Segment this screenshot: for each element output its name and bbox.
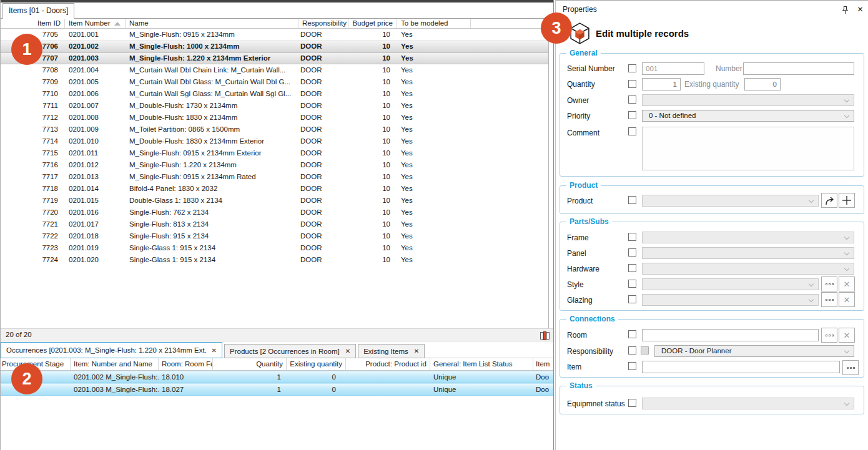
cell-responsibility: DOOR — [298, 171, 348, 183]
style-browse-button[interactable] — [821, 276, 837, 291]
table-row[interactable]: 7716 0201.012 M_Single-Flush: 1.220 x 21… — [1, 159, 548, 171]
product-dropdown[interactable] — [642, 195, 819, 207]
chevron-down-icon — [809, 198, 814, 203]
cell-to-be-modeled: Yes — [397, 100, 471, 112]
cell-name: Single-Flush: 762 x 2134 — [126, 207, 298, 218]
table-row[interactable]: 7723 0201.019 Single-Glass 1: 915 x 2134… — [1, 242, 548, 254]
glazing-browse-button[interactable] — [821, 292, 837, 307]
style-dropdown[interactable] — [642, 278, 819, 290]
product-checkbox[interactable] — [628, 196, 636, 204]
items-grid-header: Item ID Item Number Name Responsibility … — [1, 19, 548, 29]
tab-products[interactable]: Products [2 Occurrences in Room] ✕ — [224, 344, 356, 358]
number-field[interactable] — [743, 62, 854, 75]
tab-items-doors[interactable]: Items [01 - Doors] — [2, 3, 74, 19]
table-row[interactable]: 7714 0201.010 M_Double-Flush: 1830 x 213… — [1, 135, 548, 147]
quantity-label: Quantity — [567, 80, 595, 89]
column-header-product-id[interactable]: Product: Product id — [346, 358, 430, 370]
column-header-to-be-modeled[interactable]: To be modeled — [397, 19, 471, 28]
cell-item-number: 0201.009 — [65, 124, 126, 135]
equipment-status-dropdown[interactable] — [642, 398, 854, 409]
pin-button[interactable] — [840, 4, 851, 15]
item-field[interactable] — [642, 361, 840, 373]
cell-room: 18.027 — [159, 384, 213, 395]
table-row[interactable]: 7706 0201.002 M_Single-Flush: 1000 x 213… — [1, 41, 548, 52]
existing-quantity-field[interactable]: 0 — [744, 78, 781, 90]
table-row[interactable]: 7712 0201.008 M_Double-Flush: 1830 x 213… — [1, 112, 548, 124]
column-header-item-list-status[interactable]: General: Item List Status — [430, 358, 533, 370]
close-icon[interactable]: ✕ — [414, 348, 419, 355]
column-header-item[interactable]: Item — [533, 358, 554, 370]
column-header-item-number-name[interactable]: Item: Number and Name — [71, 358, 159, 370]
room-checkbox[interactable] — [628, 330, 636, 338]
cell-responsibility: DOOR — [298, 207, 348, 218]
table-row[interactable]: 0201.002 M_Single-Flush:... 18.010 1 0 U… — [1, 371, 554, 383]
table-row[interactable]: 7721 0201.017 Single-Flush: 813 x 2134 D… — [1, 218, 548, 230]
table-row[interactable]: 7717 0201.013 M_Single-Flush: 0915 x 213… — [1, 171, 548, 183]
table-row[interactable]: 7724 0201.020 Single-Glass 1: 915 x 2134… — [1, 254, 548, 266]
column-header-item-number[interactable]: Item Number — [65, 19, 126, 28]
items-grid: Item ID Item Number Name Responsibility … — [1, 19, 549, 328]
quantity-field[interactable]: 1 — [642, 78, 681, 90]
comment-checkbox[interactable] — [628, 127, 636, 135]
comment-field[interactable] — [642, 127, 854, 170]
panel-checkbox[interactable] — [628, 248, 636, 257]
cell-product-id — [346, 371, 430, 383]
table-row[interactable]: 7719 0201.015 Double-Glass 1: 1830 x 213… — [1, 195, 548, 207]
cell-budget-price: 10 — [348, 254, 397, 266]
table-row[interactable]: 7705 0201.001 M_Single-Flush: 0915 x 213… — [1, 29, 548, 41]
close-icon[interactable]: ✕ — [212, 347, 217, 354]
table-row[interactable]: 7709 0201.005 M_Curtain Wall Dbl Glass: … — [1, 76, 548, 88]
table-row[interactable]: 7722 0201.018 Single-Flush: 915 x 2134 D… — [1, 230, 548, 242]
glazing-clear-button[interactable]: ✕ — [839, 292, 855, 307]
room-browse-button[interactable] — [821, 328, 837, 343]
column-header-quantity[interactable]: Quantity — [213, 358, 287, 370]
table-row[interactable]: 0201.003 M_Single-Flush:... 18.027 1 0 U… — [1, 383, 554, 396]
table-row[interactable]: 7707 0201.003 M_Single-Flush: 1.220 x 21… — [1, 52, 548, 64]
table-row[interactable]: 7718 0201.014 Bifold-4 Panel: 1830 x 203… — [1, 183, 548, 195]
column-header-responsibility[interactable]: Responsibility — [298, 19, 348, 28]
serial-number-checkbox[interactable] — [628, 64, 636, 72]
owner-checkbox[interactable] — [628, 95, 636, 104]
column-header-existing-quantity[interactable]: Existing quantity — [287, 358, 346, 370]
glazing-checkbox[interactable] — [628, 295, 636, 303]
tab-occurrences[interactable]: Occurrences [0201.003: M_Single-Flush: 1… — [1, 342, 222, 358]
style-clear-button[interactable]: ✕ — [839, 276, 855, 291]
table-row[interactable]: 7713 0201.009 M_Toilet Partition: 0865 x… — [1, 124, 548, 135]
owner-dropdown[interactable] — [642, 94, 854, 106]
frame-dropdown[interactable] — [642, 232, 854, 243]
priority-checkbox[interactable] — [628, 111, 636, 119]
column-header-budget-price[interactable]: Budget price — [348, 19, 397, 28]
equipment-status-checkbox[interactable] — [628, 399, 636, 407]
panel-dropdown[interactable] — [642, 247, 854, 259]
group-general-label: General — [566, 49, 601, 57]
priority-dropdown[interactable]: 0 - Not defined — [642, 110, 854, 122]
table-row[interactable]: 7715 0201.011 M_Single-Flush: 0915 x 213… — [1, 147, 548, 159]
tab-existing-items[interactable]: Existing Items ✕ — [358, 344, 425, 358]
close-icon[interactable]: ✕ — [345, 348, 350, 355]
column-header-name[interactable]: Name — [126, 19, 298, 28]
column-header-item-id[interactable]: Item ID — [1, 19, 65, 28]
close-button[interactable]: ✕ — [855, 4, 866, 14]
table-row[interactable]: 7720 0201.016 Single-Flush: 762 x 2134 D… — [1, 207, 548, 218]
item-checkbox[interactable] — [628, 362, 636, 370]
quantity-checkbox[interactable] — [628, 80, 636, 88]
item-browse-button[interactable] — [842, 360, 859, 375]
product-add-button[interactable] — [839, 193, 855, 208]
hardware-dropdown[interactable] — [642, 263, 854, 275]
serial-number-field[interactable]: 001 — [642, 62, 704, 75]
product-go-button[interactable] — [821, 193, 837, 208]
responsibility-dropdown[interactable]: DOOR - Door Planner — [654, 345, 854, 357]
room-clear-button[interactable]: ✕ — [839, 328, 855, 343]
responsibility-checkbox[interactable] — [628, 346, 636, 355]
cell-to-be-modeled: Yes — [397, 195, 471, 207]
cell-item-list-status: Unique — [430, 384, 533, 395]
frame-checkbox[interactable] — [628, 233, 636, 241]
hardware-checkbox[interactable] — [628, 264, 636, 272]
glazing-dropdown[interactable] — [642, 294, 819, 306]
room-field[interactable] — [642, 329, 819, 341]
table-row[interactable]: 7711 0201.007 M_Double-Flush: 1730 x 213… — [1, 100, 548, 112]
table-row[interactable]: 7710 0201.006 M_Curtain Wall Sgl Glass: … — [1, 88, 548, 100]
table-row[interactable]: 7708 0201.004 M_Curtain Wall Dbl Chain L… — [1, 64, 548, 76]
column-header-room[interactable]: Room: Room Fu... — [159, 358, 213, 370]
style-checkbox[interactable] — [628, 280, 636, 288]
